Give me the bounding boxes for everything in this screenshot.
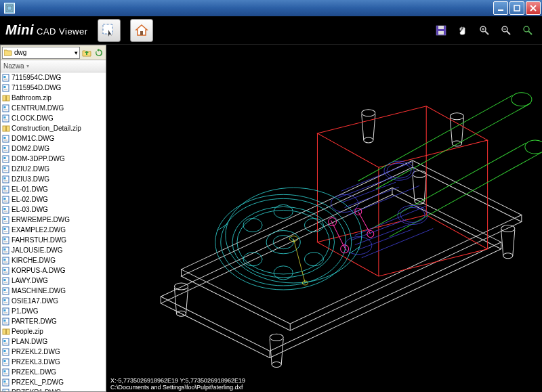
dwg-icon [2,114,10,123]
svg-point-158 [364,137,373,143]
svg-rect-24 [4,86,6,88]
file-item[interactable]: 7115954C.DWG [1,72,106,83]
file-name: People.zip [12,328,43,335]
svg-rect-111 [4,391,6,392]
file-item[interactable]: OSIE1A7.DWG [1,296,106,306]
folder-icon [4,49,12,56]
dwg-icon [2,84,10,92]
select-tool-button[interactable] [98,19,121,42]
svg-line-173 [372,143,526,229]
file-item[interactable]: EL-01.DWG [1,184,106,194]
file-item[interactable]: ERWREMPE.DWG [1,215,106,225]
maximize-button[interactable] [509,1,524,15]
minimize-button[interactable] [493,1,508,15]
svg-point-154 [272,362,281,367]
folder-up-icon[interactable] [81,47,92,58]
refresh-icon[interactable] [93,47,104,58]
file-item[interactable]: DOM-3DPP.DWG [1,154,106,164]
close-button[interactable] [526,1,541,15]
svg-line-16 [507,31,510,35]
file-name: KORPUS-A.DWG [12,267,65,274]
file-item[interactable]: PLAN.DWG [1,336,106,347]
file-name: DOM1C.DWG [12,135,54,142]
file-item[interactable]: Construction_Detail.zip [1,123,106,133]
file-item[interactable]: P1.DWG [1,306,106,316]
file-item[interactable]: DOM2.DWG [1,144,106,154]
svg-rect-102 [4,360,6,362]
file-name: PLAN.DWG [12,338,47,345]
pan-hand-icon[interactable] [457,24,469,37]
file-item[interactable]: KORPUS-A.DWG [1,265,106,276]
file-item[interactable]: FAHRSTUH.DWG [1,235,106,245]
file-item[interactable]: MASCHINE.DWG [1,286,106,296]
folder-dropdown[interactable]: dwg ▾ [2,47,80,59]
list-header-name[interactable]: Nazwa▾ [1,60,106,72]
titlebar [0,0,542,16]
svg-line-171 [376,104,530,190]
file-item[interactable]: JALOUSIE.DWG [1,245,106,255]
file-item[interactable]: CLOCK.DWG [1,113,106,123]
svg-point-150 [503,253,513,259]
file-item[interactable]: KIRCHE.DWG [1,255,106,265]
file-item[interactable]: EXAMPLE2.DWG [1,225,106,235]
svg-rect-0 [6,5,13,12]
file-item[interactable]: PRZEKR1.DWG [1,387,106,391]
file-item[interactable]: EL-02.DWG [1,194,106,204]
svg-rect-91 [4,320,6,322]
file-item[interactable]: Bathroom.zip [1,93,106,103]
file-item[interactable]: PRZEKL2.DWG [1,347,106,357]
dwg-icon [2,196,10,204]
cad-canvas[interactable]: X:-5,7735026918962E19 Y:5,7735026918962E… [106,45,542,392]
svg-rect-32 [4,116,6,118]
file-name: MASCHINE.DWG [12,287,66,295]
file-item[interactable]: DOM1C.DWG [1,133,106,144]
zoom-out-icon[interactable] [500,24,512,37]
dwg-icon [2,277,10,285]
file-item[interactable]: People.zip [1,326,106,336]
file-name: EL-02.DWG [12,196,48,203]
svg-rect-40 [4,147,6,149]
zip-icon [2,94,10,102]
svg-rect-64 [4,228,6,230]
file-item[interactable]: DZIU2.DWG [1,164,106,174]
file-item[interactable]: DZIU3.DWG [1,174,106,184]
file-item[interactable]: PARTER.DWG [1,316,106,326]
dwg-icon [2,318,10,326]
file-name: DZIU3.DWG [12,175,49,183]
file-name: CENTRUM.DWG [12,104,64,112]
file-item[interactable]: PRZEKL3.DWG [1,357,106,367]
svg-rect-73 [4,259,6,261]
svg-rect-99 [4,350,6,352]
file-name: EL-01.DWG [12,186,48,193]
dwg-icon [2,186,10,194]
svg-line-143 [174,288,176,313]
svg-rect-9 [438,26,444,29]
dwg-icon [2,175,10,183]
save-icon[interactable] [435,24,447,37]
svg-point-188 [237,210,330,274]
zoom-in-icon[interactable] [478,24,491,37]
file-name: PARTER.DWG [12,318,57,325]
file-item[interactable]: PRZEKL.DWG [1,367,106,377]
home-button[interactable] [130,19,153,42]
svg-point-157 [362,110,375,116]
file-item[interactable]: PRZEKL_P.DWG [1,377,106,387]
file-name: PRZEKL2.DWG [12,348,60,355]
svg-rect-76 [4,269,6,271]
file-item[interactable]: EL-03.DWG [1,204,106,215]
file-item[interactable]: LAWY.DWG [1,276,106,286]
file-name: Construction_Detail.zip [12,125,81,132]
svg-rect-105 [4,370,6,372]
svg-point-141 [174,283,188,290]
file-list[interactable]: 7115954C.DWG7115954D.DWGBathroom.zipCENT… [1,72,106,391]
svg-line-12 [485,31,488,35]
file-item[interactable]: 7115954D.DWG [1,83,106,93]
cad-drawing [106,45,542,392]
svg-line-208 [293,239,305,283]
file-item[interactable]: CENTRUM.DWG [1,103,106,113]
svg-point-145 [413,171,426,177]
zoom-window-icon[interactable] [522,24,534,37]
svg-rect-96 [4,340,6,342]
file-name: 7115954C.DWG [12,74,61,81]
svg-rect-21 [4,76,6,78]
